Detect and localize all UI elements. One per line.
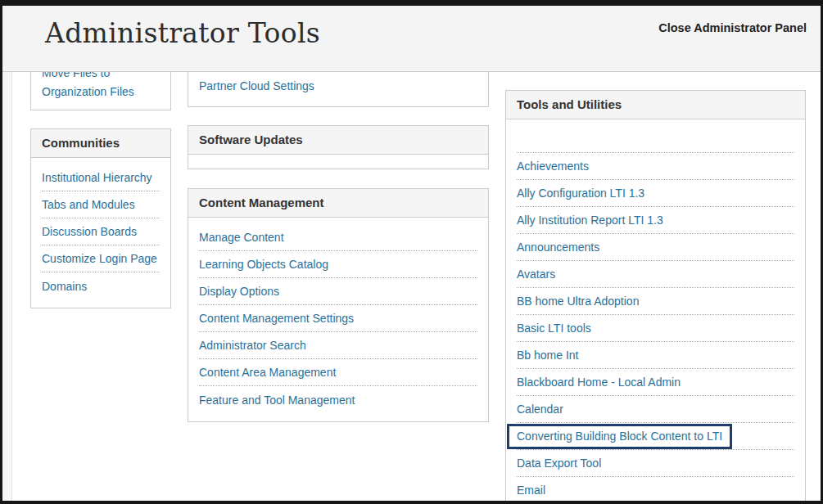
content-management-link[interactable]: Administrator Search bbox=[199, 339, 306, 352]
content-management-link[interactable]: Learning Objects Catalog bbox=[199, 258, 328, 271]
panel-content: Move Files to Organization Files Communi… bbox=[2, 72, 821, 501]
list-item[interactable]: Domains bbox=[42, 272, 160, 299]
list-item[interactable]: Discussion Boards bbox=[42, 218, 160, 245]
communities-section: Communities Institutional Hierarchy Tabs… bbox=[30, 128, 171, 308]
list-item[interactable]: Email bbox=[517, 477, 794, 501]
list-item[interactable]: Avatars bbox=[517, 261, 794, 288]
tools-and-utilities-list: Achievements Ally Configuration LTI 1.3 … bbox=[506, 119, 805, 501]
community-link[interactable]: Institutional Hierarchy bbox=[42, 171, 152, 184]
list-item[interactable]: BB home Ultra Adoption bbox=[517, 288, 794, 315]
content-management-link[interactable]: Display Options bbox=[199, 285, 279, 298]
community-link[interactable]: Customize Login Page bbox=[42, 252, 157, 265]
tool-link[interactable]: Blackboard Home - Local Admin bbox=[517, 376, 681, 389]
content-management-section: Content Management Manage Content Learni… bbox=[188, 188, 489, 422]
list-item[interactable]: Blackboard Home - Local Admin bbox=[517, 369, 794, 396]
tool-link[interactable]: Bb home Int bbox=[517, 349, 579, 362]
close-administrator-panel-button[interactable]: Close Administrator Panel bbox=[658, 21, 807, 34]
communities-header: Communities bbox=[31, 129, 170, 158]
tool-link[interactable]: Email bbox=[517, 484, 545, 497]
list-item[interactable]: Content Management Settings bbox=[199, 305, 477, 332]
content-management-header: Content Management bbox=[188, 189, 488, 218]
move-files-to-organization-files-link[interactable]: Move Files to Organization Files bbox=[42, 72, 160, 101]
list-item[interactable]: Achievements bbox=[517, 153, 794, 180]
community-link[interactable]: Domains bbox=[42, 280, 87, 293]
tool-link[interactable]: Avatars bbox=[517, 268, 555, 281]
panel-header: Administrator Tools Close Administrator … bbox=[2, 6, 821, 72]
left-gutter bbox=[2, 72, 12, 501]
tool-link[interactable]: Ally Configuration LTI 1.3 bbox=[517, 187, 644, 200]
list-item[interactable]: Bb home Int bbox=[517, 342, 794, 369]
list-item[interactable]: Ally Configuration LTI 1.3 bbox=[517, 180, 794, 207]
community-link[interactable]: Discussion Boards bbox=[42, 225, 137, 238]
community-link[interactable]: Tabs and Modules bbox=[42, 198, 135, 211]
software-updates-section: Software Updates bbox=[188, 125, 489, 169]
tool-link[interactable]: Basic LTI tools bbox=[517, 322, 591, 335]
software-updates-empty-area bbox=[188, 155, 488, 169]
partner-cloud-settings-link[interactable]: Partner Cloud Settings bbox=[199, 79, 314, 92]
content-management-link[interactable]: Feature and Tool Management bbox=[199, 394, 355, 407]
list-item[interactable]: Tabs and Modules bbox=[42, 191, 160, 218]
list-item[interactable]: Calendar bbox=[517, 396, 794, 423]
list-item[interactable]: Manage Content bbox=[199, 224, 477, 251]
list-item[interactable]: Institutional Hierarchy bbox=[42, 164, 160, 191]
list-item[interactable]: Announcements bbox=[517, 234, 794, 261]
empty-list-item bbox=[517, 119, 794, 153]
content-management-list: Manage Content Learning Objects Catalog … bbox=[188, 218, 488, 421]
column-middle: Partner Cloud Settings Software Updates … bbox=[188, 72, 489, 501]
list-item[interactable]: Administrator Search bbox=[199, 332, 477, 359]
communities-list: Institutional Hierarchy Tabs and Modules… bbox=[31, 158, 170, 308]
focus-ring: Converting Building Block Content to LTI bbox=[507, 424, 732, 449]
list-item[interactable]: Feature and Tool Management bbox=[199, 386, 477, 413]
column-right: Tools and Utilities Achievements Ally Co… bbox=[505, 72, 806, 501]
tool-link[interactable]: Calendar bbox=[517, 403, 563, 416]
list-item[interactable]: Learning Objects Catalog bbox=[199, 251, 477, 278]
highlighted-tool-link[interactable]: Converting Building Block Content to LTI bbox=[517, 430, 722, 443]
tool-link[interactable]: Ally Institution Report LTI 1.3 bbox=[517, 214, 663, 227]
list-item[interactable]: Ally Institution Report LTI 1.3 bbox=[517, 207, 794, 234]
software-updates-header: Software Updates bbox=[188, 126, 488, 155]
page-title: Administrator Tools bbox=[45, 17, 320, 49]
administrator-panel: Administrator Tools Close Administrator … bbox=[0, 0, 823, 504]
tools-and-utilities-section: Tools and Utilities Achievements Ally Co… bbox=[505, 90, 806, 501]
list-item[interactable]: Content Area Management bbox=[199, 359, 477, 386]
tool-link[interactable]: Data Export Tool bbox=[517, 457, 601, 470]
list-item[interactable]: Customize Login Page bbox=[42, 245, 160, 272]
list-item[interactable]: Data Export Tool bbox=[517, 450, 794, 477]
tool-link[interactable]: BB home Ultra Adoption bbox=[517, 295, 639, 308]
list-item[interactable]: Display Options bbox=[199, 278, 477, 305]
list-item[interactable]: Basic LTI tools bbox=[517, 315, 794, 342]
tools-and-utilities-header: Tools and Utilities bbox=[506, 91, 805, 119]
content-management-link[interactable]: Content Area Management bbox=[199, 366, 336, 379]
move-files-box: Move Files to Organization Files bbox=[30, 72, 171, 110]
tool-link[interactable]: Announcements bbox=[517, 241, 599, 254]
content-management-link[interactable]: Content Management Settings bbox=[199, 312, 354, 325]
column-left: Move Files to Organization Files Communi… bbox=[30, 72, 171, 501]
partner-cloud-box: Partner Cloud Settings bbox=[188, 72, 489, 107]
tool-link[interactable]: Achievements bbox=[517, 160, 589, 173]
list-item-highlighted[interactable]: Converting Building Block Content to LTI bbox=[517, 423, 794, 450]
content-management-link[interactable]: Manage Content bbox=[199, 231, 284, 244]
